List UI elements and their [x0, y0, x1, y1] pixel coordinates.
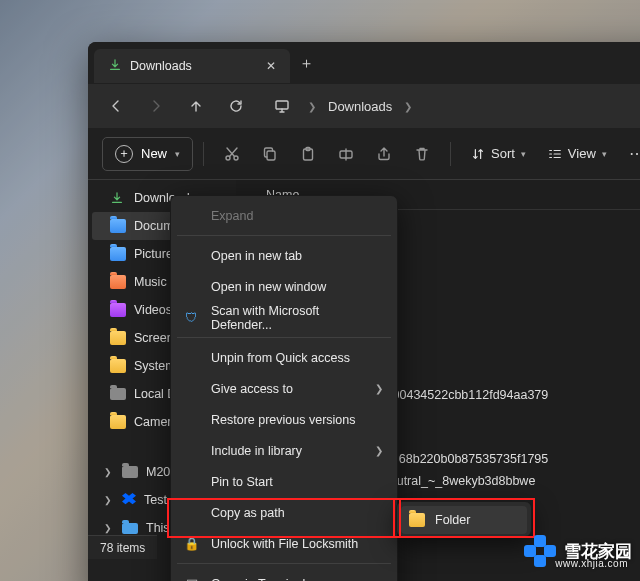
delete-icon[interactable]	[404, 137, 440, 171]
chevron-right-icon: ❯	[375, 383, 383, 394]
chevron-right-icon: ❯	[375, 445, 383, 456]
lock-icon: 🔒	[183, 536, 201, 551]
folder-icon	[110, 359, 126, 373]
more-button[interactable]: ⋯	[619, 144, 640, 163]
view-button[interactable]: View ▾	[538, 137, 617, 171]
ctx-unpin[interactable]: Unpin from Quick access	[175, 342, 393, 373]
refresh-button[interactable]	[218, 90, 254, 122]
share-icon[interactable]	[366, 137, 402, 171]
folder-icon	[110, 415, 126, 429]
svg-rect-0	[276, 101, 288, 109]
chevron-right-icon: ❯	[404, 101, 412, 112]
ctx-pin-start[interactable]: Pin to Start	[175, 466, 393, 497]
ctx-expand: Expand	[175, 200, 393, 231]
title-bar: Downloads ✕ ＋	[88, 42, 640, 84]
disk-icon	[122, 466, 138, 478]
view-icon	[548, 147, 562, 161]
folder-icon	[110, 275, 126, 289]
watermark-logo	[524, 535, 556, 567]
submenu-folder[interactable]: Folder	[401, 506, 527, 534]
context-menu: Expand Open in new tab Open in new windo…	[170, 195, 398, 581]
chevron-right-icon: ❯	[104, 495, 114, 505]
chevron-right-icon: ❯	[104, 467, 114, 477]
status-bar: 78 items	[88, 535, 157, 559]
new-tab-button[interactable]: ＋	[290, 54, 322, 73]
rename-icon[interactable]	[328, 137, 364, 171]
folder-icon	[110, 331, 126, 345]
terminal-icon: ▣	[183, 576, 201, 581]
paste-icon[interactable]	[290, 137, 326, 171]
monitor-icon[interactable]	[264, 90, 300, 122]
dropbox-icon	[122, 493, 136, 507]
ctx-restore[interactable]: Restore previous versions	[175, 404, 393, 435]
address-bar: ❯ Downloads ❯	[88, 84, 640, 128]
back-button[interactable]	[98, 90, 134, 122]
copy-icon[interactable]	[252, 137, 288, 171]
breadcrumb-item[interactable]: Downloads	[328, 99, 392, 114]
ctx-open-terminal[interactable]: ▣Open in Terminal	[175, 568, 393, 581]
watermark: 雪花家园 www.xhjia.com	[524, 535, 632, 567]
ctx-scan-defender[interactable]: 🛡Scan with Microsoft Defender...	[175, 302, 393, 333]
tab-title: Downloads	[130, 59, 254, 73]
download-icon	[110, 191, 126, 205]
folder-icon	[110, 303, 126, 317]
chevron-down-icon: ▾	[521, 149, 526, 159]
ctx-open-new-window[interactable]: Open in new window	[175, 271, 393, 302]
breadcrumb[interactable]: ❯ Downloads ❯	[308, 99, 412, 114]
ctx-open-new-tab[interactable]: Open in new tab	[175, 240, 393, 271]
ctx-copy-path[interactable]: Copy as path	[175, 497, 393, 528]
forward-button	[138, 90, 174, 122]
command-bar: ＋ New ▾ Sort ▾ View ▾ ⋯	[88, 128, 640, 180]
chevron-down-icon: ▾	[602, 149, 607, 159]
new-button[interactable]: ＋ New ▾	[102, 137, 193, 171]
chevron-down-icon: ▾	[175, 149, 180, 159]
up-button[interactable]	[178, 90, 214, 122]
folder-icon	[409, 513, 425, 527]
folder-icon	[110, 247, 126, 261]
ctx-include-library[interactable]: Include in library❯	[175, 435, 393, 466]
chevron-right-icon: ❯	[308, 101, 316, 112]
ctx-unlock[interactable]: 🔒Unlock with File Locksmith	[175, 528, 393, 559]
submenu-new: Folder	[396, 501, 532, 537]
shield-icon: 🛡	[183, 311, 201, 325]
disk-icon	[110, 388, 126, 400]
folder-icon	[110, 219, 126, 233]
sort-button[interactable]: Sort ▾	[461, 137, 536, 171]
ctx-give-access[interactable]: Give access to❯	[175, 373, 393, 404]
pc-icon	[122, 523, 138, 534]
tab-downloads[interactable]: Downloads ✕	[94, 49, 290, 83]
plus-circle-icon: ＋	[115, 145, 133, 163]
svg-rect-3	[267, 151, 275, 160]
sort-icon	[471, 147, 485, 161]
chevron-right-icon: ❯	[104, 523, 114, 533]
close-tab-icon[interactable]: ✕	[262, 59, 280, 73]
download-icon	[108, 58, 122, 75]
cut-icon[interactable]	[214, 137, 250, 171]
